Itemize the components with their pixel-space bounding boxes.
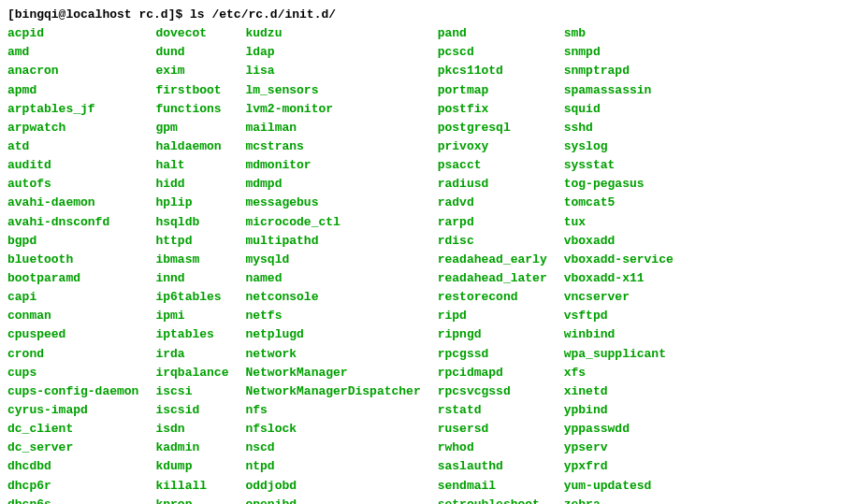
ls-entry: xinetd bbox=[564, 382, 674, 401]
ls-entry: cpuspeed bbox=[7, 325, 138, 344]
ls-entry: portmap bbox=[438, 81, 547, 100]
ls-entry: arptables_jf bbox=[7, 100, 138, 119]
ls-entry: microcode_ctl bbox=[245, 213, 420, 232]
ls-entry: avahi-dnsconfd bbox=[7, 213, 138, 232]
ls-entry: nfs bbox=[245, 401, 420, 420]
ls-entry: dc_client bbox=[7, 420, 138, 439]
ls-entry: pkcs11otd bbox=[438, 62, 547, 80]
ls-entry: kadmin bbox=[155, 439, 228, 457]
ls-entry: vncserver bbox=[564, 288, 674, 307]
ls-entry: rpcgssd bbox=[438, 345, 547, 364]
ls-entry: dhcp6s bbox=[7, 496, 138, 504]
ls-entry: mailman bbox=[245, 119, 420, 137]
ls-entry: halt bbox=[155, 156, 228, 175]
ls-entry: rusersd bbox=[438, 420, 547, 439]
ls-entry: tomcat5 bbox=[564, 194, 674, 212]
ls-entry: squid bbox=[564, 100, 674, 119]
ls-entry: kudzu bbox=[245, 24, 420, 43]
ls-entry: hidd bbox=[155, 175, 228, 194]
ls-entry: atd bbox=[7, 137, 138, 156]
ls-entry: rarpd bbox=[438, 213, 547, 232]
ls-entry: saslauthd bbox=[438, 457, 547, 476]
ls-entry: pand bbox=[438, 24, 547, 43]
ls-entry: amd bbox=[7, 43, 138, 62]
ls-entry: cyrus-imapd bbox=[7, 401, 138, 420]
ls-entry: ldap bbox=[245, 43, 420, 62]
ls-entry: autofs bbox=[7, 175, 138, 194]
ls-entry: lm_sensors bbox=[245, 81, 420, 100]
ls-entry: snmpd bbox=[564, 43, 674, 62]
ls-entry: setroubleshoot bbox=[438, 496, 547, 504]
ls-entry: rpcsvcgssd bbox=[438, 382, 547, 401]
ls-entry: netconsole bbox=[245, 288, 420, 307]
ls-entry: readahead_early bbox=[438, 251, 547, 269]
ls-entry: rdisc bbox=[438, 232, 547, 251]
ls-column-3: kudzuldaplisalm_sensorslvm2-monitormailm… bbox=[245, 24, 437, 504]
ls-entry: arpwatch bbox=[7, 119, 138, 137]
ls-entry: mdmonitor bbox=[245, 156, 420, 175]
ls-entry: ip6tables bbox=[155, 288, 228, 307]
ls-entry: ibmasm bbox=[155, 251, 228, 269]
ls-entry: sysstat bbox=[564, 156, 674, 175]
ls-entry: conman bbox=[7, 307, 138, 325]
ls-entry: iscsid bbox=[155, 401, 228, 420]
ls-entry: iscsi bbox=[155, 382, 228, 401]
ls-column-4: pandpcscdpkcs11otdportmappostfixpostgres… bbox=[438, 24, 564, 504]
ls-entry: privoxy bbox=[438, 137, 547, 156]
ls-entry: postgresql bbox=[438, 119, 547, 137]
ls-entry: openibd bbox=[245, 496, 420, 504]
ls-entry: ypbind bbox=[564, 401, 674, 420]
ls-entry: nscd bbox=[245, 439, 420, 457]
ls-entry: dund bbox=[155, 43, 228, 62]
ls-entry: avahi-daemon bbox=[7, 194, 138, 212]
ls-entry: winbind bbox=[564, 325, 674, 344]
ls-entry: NetworkManagerDispatcher bbox=[245, 382, 420, 401]
ls-entry: ypserv bbox=[564, 439, 674, 457]
ls-entry: restorecond bbox=[438, 288, 547, 307]
ls-entry: cups bbox=[7, 364, 138, 382]
ls-entry: network bbox=[245, 345, 420, 364]
ls-entry: cups-config-daemon bbox=[7, 382, 138, 401]
ls-entry: bluetooth bbox=[7, 251, 138, 269]
ls-entry: smb bbox=[564, 24, 674, 43]
ls-entry: killall bbox=[155, 477, 228, 496]
ls-column-5: smbsnmpdsnmptrapdspamassassinsquidsshdsy… bbox=[564, 24, 674, 504]
ls-entry: ypxfrd bbox=[564, 457, 674, 476]
ls-entry: apmd bbox=[7, 81, 138, 100]
ls-entry: radvd bbox=[438, 194, 547, 212]
ls-entry: rpcidmapd bbox=[438, 364, 547, 382]
ls-entry: multipathd bbox=[245, 232, 420, 251]
ls-entry: auditd bbox=[7, 156, 138, 175]
prompt-command: ls /etc/rc.d/init.d/ bbox=[190, 7, 336, 22]
ls-entry: NetworkManager bbox=[245, 364, 420, 382]
shell-prompt-line: [bingqi@localhost rc.d]$ ls /etc/rc.d/in… bbox=[7, 6, 848, 24]
ls-entry: innd bbox=[155, 269, 228, 288]
ls-entry: irda bbox=[155, 345, 228, 364]
prompt-prefix: [bingqi@localhost rc.d]$ bbox=[7, 7, 182, 22]
ls-entry: syslog bbox=[564, 137, 674, 156]
ls-entry: mcstrans bbox=[245, 137, 420, 156]
ls-entry: sshd bbox=[564, 119, 674, 137]
ls-entry: vsftpd bbox=[564, 307, 674, 325]
ls-output: acpidamdanacronapmdarptables_jfarpwatcha… bbox=[7, 24, 848, 504]
ls-entry: vboxadd-x11 bbox=[564, 269, 674, 288]
ls-entry: firstboot bbox=[155, 81, 228, 100]
ls-entry: psacct bbox=[438, 156, 547, 175]
ls-entry: zebra bbox=[564, 496, 674, 504]
ls-entry: wpa_supplicant bbox=[564, 345, 674, 364]
ls-entry: capi bbox=[7, 288, 138, 307]
ls-entry: iptables bbox=[155, 325, 228, 344]
ls-entry: dovecot bbox=[155, 24, 228, 43]
ls-entry: nfslock bbox=[245, 420, 420, 439]
ls-entry: ipmi bbox=[155, 307, 228, 325]
ls-entry: messagebus bbox=[245, 194, 420, 212]
ls-entry: vboxadd-service bbox=[564, 251, 674, 269]
ls-entry: netfs bbox=[245, 307, 420, 325]
ls-entry: dc_server bbox=[7, 439, 138, 457]
ls-entry: rwhod bbox=[438, 439, 547, 457]
ls-entry: dhcp6r bbox=[7, 477, 138, 496]
ls-column-2: dovecotdundeximfirstbootfunctionsgpmhald… bbox=[155, 24, 245, 504]
ls-entry: hsqldb bbox=[155, 213, 228, 232]
ls-entry: pcscd bbox=[438, 43, 547, 62]
ls-entry: radiusd bbox=[438, 175, 547, 194]
